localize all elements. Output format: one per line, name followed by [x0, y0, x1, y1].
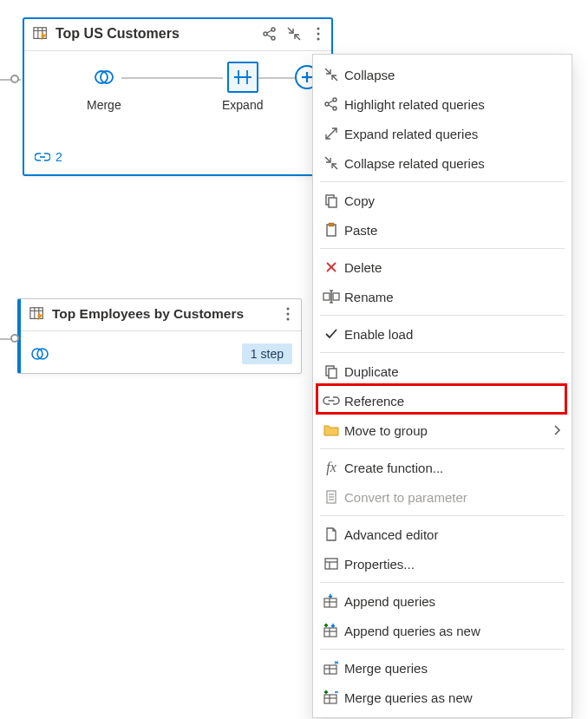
steps-row: Merge Expand: [35, 62, 321, 148]
menu-properties[interactable]: Properties...: [313, 549, 572, 578]
menu-separator: [320, 248, 565, 249]
menu-label: Advanced editor: [344, 527, 561, 542]
menu-append-queries-as-new[interactable]: Append queries as new: [313, 616, 572, 645]
collapse-icon: [322, 154, 341, 173]
menu-advanced-editor[interactable]: Advanced editor: [313, 520, 572, 549]
query-card-title: Top Employees by Customers: [52, 306, 273, 322]
svg-point-5: [271, 28, 275, 31]
svg-point-28: [333, 107, 336, 110]
svg-rect-34: [330, 224, 334, 226]
more-options-icon[interactable]: [280, 306, 296, 322]
duplicate-icon: [322, 362, 341, 381]
query-card-top-employees[interactable]: Top Employees by Customers 1 step: [17, 298, 302, 374]
menu-separator: [320, 515, 565, 516]
rename-icon: [322, 287, 341, 306]
menu-separator: [320, 181, 565, 182]
svg-rect-37: [323, 293, 330, 300]
connector-dot-bottom: [10, 334, 19, 343]
svg-line-29: [329, 101, 334, 103]
menu-rename[interactable]: Rename: [313, 282, 572, 311]
menu-delete[interactable]: Delete: [313, 252, 572, 282]
svg-line-30: [329, 105, 334, 108]
menu-label: Duplicate: [344, 364, 561, 379]
menu-label: Paste: [344, 223, 561, 238]
menu-separator: [320, 582, 565, 583]
context-menu: Collapse Highlight related queries Expan…: [312, 54, 572, 718]
menu-enable-load[interactable]: Enable load: [313, 319, 572, 349]
svg-point-4: [264, 32, 267, 36]
connector-dot-top: [10, 75, 19, 83]
paste-icon: [322, 220, 341, 239]
menu-paste[interactable]: Paste: [313, 215, 572, 245]
menu-move-to-group[interactable]: Move to group: [313, 415, 572, 445]
more-options-icon[interactable]: [310, 26, 326, 42]
menu-label: Convert to parameter: [344, 490, 561, 505]
menu-label: Copy: [344, 193, 561, 208]
menu-label: Merge queries: [344, 661, 561, 676]
step-label: Merge: [87, 98, 121, 112]
menu-label: Collapse related queries: [344, 156, 561, 171]
merge-queries-icon: [322, 658, 341, 677]
step-connector-line: [121, 77, 223, 79]
append-icon: [322, 592, 341, 611]
menu-label: Append queries as new: [344, 624, 561, 638]
delete-icon: [322, 258, 341, 277]
menu-merge-queries[interactable]: Merge queries: [313, 653, 572, 683]
svg-point-9: [317, 28, 320, 30]
menu-copy[interactable]: Copy: [313, 186, 572, 215]
menu-convert-to-parameter: Convert to parameter: [313, 482, 572, 512]
menu-label: Enable load: [344, 327, 561, 342]
reference-count[interactable]: 2: [35, 150, 62, 164]
svg-rect-43: [329, 369, 336, 378]
menu-label: Expand related queries: [344, 127, 561, 141]
menu-reference[interactable]: Reference: [313, 386, 572, 415]
expand-icon: [322, 124, 341, 143]
svg-line-7: [267, 30, 272, 33]
menu-collapse-related[interactable]: Collapse related queries: [313, 148, 572, 178]
share-icon: [322, 95, 341, 114]
append-new-icon: [322, 621, 341, 640]
reference-icon: [322, 391, 341, 410]
step-merge[interactable]: Merge: [87, 62, 121, 112]
chevron-right-icon: [552, 424, 561, 436]
svg-rect-32: [329, 198, 336, 207]
menu-label: Move to group: [344, 423, 549, 438]
step-expand[interactable]: Expand: [222, 62, 263, 112]
check-icon: [322, 324, 341, 343]
svg-point-10: [317, 33, 320, 36]
menu-label: Append queries: [344, 594, 561, 609]
menu-append-queries[interactable]: Append queries: [313, 586, 572, 616]
menu-separator: [320, 649, 565, 650]
share-icon[interactable]: [262, 26, 278, 42]
menu-create-function[interactable]: fx Create function...: [313, 453, 572, 482]
query-card-header: Top US Customers: [24, 19, 331, 45]
svg-point-11: [317, 38, 320, 41]
svg-point-6: [271, 36, 275, 40]
menu-label: Collapse: [344, 68, 561, 82]
svg-rect-38: [333, 293, 339, 300]
menu-label: Properties...: [344, 557, 561, 572]
menu-label: Delete: [344, 260, 561, 275]
svg-point-22: [287, 313, 290, 316]
step-label: Expand: [222, 98, 263, 112]
menu-highlight-related[interactable]: Highlight related queries: [313, 89, 572, 119]
svg-line-8: [267, 35, 272, 37]
menu-label: Merge queries as new: [344, 690, 561, 705]
query-card-header: Top Employees by Customers: [21, 299, 301, 325]
menu-merge-queries-as-new[interactable]: Merge queries as new: [313, 683, 572, 712]
menu-collapse[interactable]: Collapse: [313, 60, 572, 89]
function-icon: fx: [322, 458, 341, 477]
menu-label: Reference: [344, 394, 561, 409]
menu-label: Highlight related queries: [344, 97, 561, 112]
query-card-top-us-customers[interactable]: Top US Customers: [23, 17, 333, 176]
svg-point-27: [333, 98, 336, 101]
properties-icon: [322, 554, 341, 573]
svg-rect-49: [325, 559, 337, 569]
menu-expand-related[interactable]: Expand related queries: [313, 119, 572, 148]
collapse-arrows-icon[interactable]: [286, 26, 302, 42]
step-count-badge: 1 step: [242, 343, 292, 364]
collapse-icon: [322, 65, 341, 84]
svg-rect-61: [324, 695, 336, 703]
menu-duplicate[interactable]: Duplicate: [313, 356, 572, 386]
menu-separator: [320, 352, 565, 353]
